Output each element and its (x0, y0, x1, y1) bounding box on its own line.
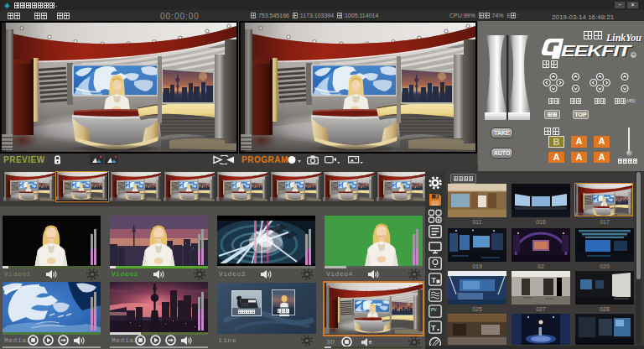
svg-text:T: T (431, 324, 436, 332)
svg-text:PV: PV (431, 307, 437, 312)
svg-text:R: R (632, 54, 635, 58)
svg-text:T: T (432, 276, 437, 284)
svg-text:EEKFIT: EEKFIT (561, 42, 632, 60)
